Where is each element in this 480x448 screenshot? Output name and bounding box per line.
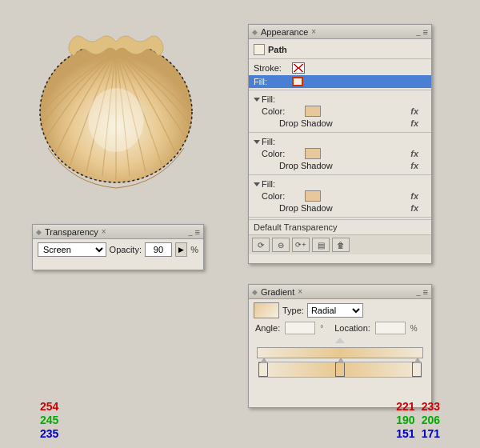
color-values-left: 254 245 235 bbox=[40, 400, 58, 440]
default-transparency: Default Transparency bbox=[249, 219, 431, 234]
gradient-type-select[interactable]: Radial Linear bbox=[307, 303, 363, 318]
angle-label: Angle: bbox=[255, 323, 280, 333]
fill-color-row-3: Color: fx bbox=[249, 190, 431, 202]
fill-header-label-3: Fill: bbox=[262, 179, 275, 189]
fx-label-3[interactable]: fx bbox=[410, 191, 418, 201]
gradient-panel: ◆ Gradient × _ ≡ Type: Radial Linear Ang… bbox=[248, 284, 432, 408]
drop-shadow-row-3[interactable]: Drop Shadow fx bbox=[249, 202, 431, 214]
fx-label-2[interactable]: fx bbox=[410, 149, 418, 158]
gradient-angle-row: Angle: ° Location: % bbox=[254, 322, 426, 334]
drop-shadow-row-2[interactable]: Drop Shadow fx bbox=[249, 160, 431, 171]
appearance-panel: ◆ Appearance × _ ≡ Path Stroke: Fill: bbox=[248, 24, 432, 264]
gradient-slider-area bbox=[257, 339, 423, 378]
fill-section-2: Fill: Color: fx Drop Shadow fx bbox=[249, 134, 431, 173]
fx-effect-2[interactable]: fx bbox=[410, 161, 418, 170]
left-r-value: 254 bbox=[40, 400, 58, 413]
fx-effect-3[interactable]: fx bbox=[410, 203, 418, 213]
transparency-titlebar: ◆ Transparency × _ ≡ bbox=[33, 225, 203, 239]
transparency-title: Transparency bbox=[45, 227, 98, 237]
fill-section-1: Fill: Color: fx Drop Shadow fx bbox=[249, 92, 431, 130]
color-label-2: Color: bbox=[262, 149, 300, 158]
location-input[interactable] bbox=[375, 322, 406, 334]
fill-active-swatch[interactable] bbox=[292, 77, 303, 86]
left-g-value: 245 bbox=[40, 414, 58, 426]
path-label: Path bbox=[268, 45, 287, 54]
fill-header-label-1: Fill: bbox=[262, 94, 275, 104]
fx-label-1[interactable]: fx bbox=[410, 106, 418, 116]
blend-mode-select[interactable]: Screen Normal Multiply Darken Lighten Ov… bbox=[38, 242, 106, 257]
right-r2-value: 233 bbox=[422, 400, 440, 413]
bottom-btn-4[interactable]: ▤ bbox=[312, 238, 330, 252]
fill-color-row-1: Color: fx bbox=[249, 105, 431, 118]
appearance-bottom-bar: ⟳ ⊖ ⟳+ ▤ 🗑 bbox=[249, 234, 431, 254]
stroke-label: Stroke: bbox=[254, 63, 287, 73]
color-swatch-2[interactable] bbox=[305, 148, 321, 159]
color-values-right: 221 233 190 206 151 171 bbox=[396, 400, 440, 440]
bottom-btn-2[interactable]: ⊖ bbox=[272, 238, 290, 252]
transparency-menu-btn[interactable]: ≡ bbox=[195, 227, 200, 237]
stroke-swatch[interactable] bbox=[292, 62, 305, 74]
location-percent: % bbox=[410, 324, 418, 333]
shell-image bbox=[24, 16, 208, 200]
gradient-type-row: Type: Radial Linear bbox=[254, 302, 426, 318]
gradient-preview-swatch bbox=[254, 302, 279, 318]
color-swatch-1[interactable] bbox=[305, 106, 321, 117]
gradient-stop-center[interactable] bbox=[335, 362, 345, 377]
transparency-minimize-btn[interactable]: _ bbox=[189, 228, 193, 236]
appearance-content: Path Stroke: Fill: Fill: Color: fx bbox=[249, 39, 431, 258]
bottom-btn-5[interactable]: 🗑 bbox=[332, 238, 350, 252]
transparency-close-x: × bbox=[102, 227, 106, 236]
gradient-diamond-icon: ◆ bbox=[252, 288, 258, 296]
angle-input[interactable] bbox=[285, 322, 315, 334]
fill-color-row-2: Color: fx bbox=[249, 147, 431, 160]
default-transparency-label: Default Transparency bbox=[254, 222, 338, 232]
drop-shadow-label-2: Drop Shadow bbox=[279, 161, 333, 170]
stroke-row[interactable]: Stroke: bbox=[249, 61, 431, 75]
gradient-menu-btn[interactable]: ≡ bbox=[423, 287, 428, 297]
fx-effect-1[interactable]: fx bbox=[410, 118, 418, 128]
drop-shadow-label-3: Drop Shadow bbox=[279, 203, 333, 213]
left-b-value: 235 bbox=[40, 427, 58, 440]
fill-header-3[interactable]: Fill: bbox=[249, 178, 431, 190]
gradient-titlebar: ◆ Gradient × _ ≡ bbox=[249, 285, 431, 299]
gradient-close-x: × bbox=[298, 287, 302, 296]
appearance-close-x: × bbox=[311, 27, 316, 36]
bottom-btn-1[interactable]: ⟳ bbox=[252, 238, 270, 252]
drop-shadow-label-1: Drop Shadow bbox=[279, 118, 333, 128]
bottom-btn-3[interactable]: ⟳+ bbox=[292, 238, 310, 252]
appearance-title: Appearance bbox=[261, 27, 308, 37]
appearance-titlebar: ◆ Appearance × _ ≡ bbox=[249, 25, 431, 39]
gradient-bar[interactable] bbox=[257, 347, 423, 358]
color-label-1: Color: bbox=[262, 106, 300, 116]
canvas-area bbox=[0, 0, 232, 216]
appearance-menu-btn[interactable]: ≡ bbox=[423, 27, 428, 37]
gradient-stop-left[interactable] bbox=[258, 362, 268, 377]
opacity-input[interactable] bbox=[145, 242, 172, 257]
gradient-stop-right[interactable] bbox=[412, 362, 422, 377]
fill-header-1[interactable]: Fill: bbox=[249, 94, 431, 105]
location-label: Location: bbox=[334, 323, 370, 333]
transparency-diamond-icon: ◆ bbox=[36, 228, 42, 236]
drop-shadow-row-1[interactable]: Drop Shadow fx bbox=[249, 118, 431, 129]
gradient-minimize-btn[interactable]: _ bbox=[417, 288, 421, 296]
svg-point-2 bbox=[88, 88, 144, 152]
color-swatch-3[interactable] bbox=[305, 190, 321, 202]
path-row: Path bbox=[249, 42, 431, 57]
opacity-label: Opacity: bbox=[110, 245, 142, 254]
color-values-area: 254 245 235 221 233 190 206 151 171 bbox=[40, 400, 440, 440]
appearance-minimize-btn[interactable]: _ bbox=[417, 28, 421, 36]
right-b2-value: 171 bbox=[422, 427, 440, 440]
fill-header-label-2: Fill: bbox=[262, 137, 275, 146]
opacity-arrow-btn[interactable]: ▶ bbox=[175, 242, 187, 257]
right-g1-value: 190 bbox=[396, 414, 414, 426]
right-b1-value: 151 bbox=[396, 427, 414, 440]
transparency-content: Screen Normal Multiply Darken Lighten Ov… bbox=[33, 239, 203, 260]
percent-label: % bbox=[190, 245, 198, 254]
fill-row-active[interactable]: Fill: bbox=[249, 75, 431, 88]
gradient-content: Type: Radial Linear Angle: ° Location: % bbox=[249, 299, 431, 382]
diamond-icon: ◆ bbox=[252, 28, 258, 36]
degree-symbol: ° bbox=[320, 324, 323, 333]
fill-header-2[interactable]: Fill: bbox=[249, 136, 431, 147]
color-label-3: Color: bbox=[262, 191, 300, 201]
type-label: Type: bbox=[282, 306, 304, 315]
